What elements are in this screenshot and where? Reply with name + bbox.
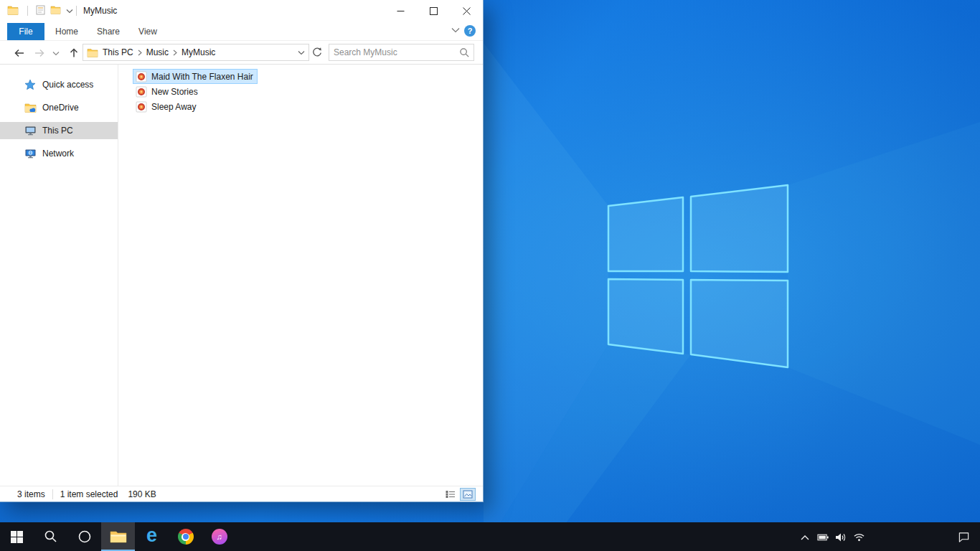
window-title: MyMusic xyxy=(83,6,117,16)
minimize-icon xyxy=(397,7,405,15)
sidebar-item-label: OneDrive xyxy=(42,103,79,113)
close-button[interactable] xyxy=(450,0,483,22)
maximize-icon xyxy=(430,7,438,15)
details-view-icon xyxy=(446,490,456,499)
refresh-button[interactable] xyxy=(311,47,324,60)
file-explorer-icon xyxy=(110,529,127,544)
media-file-icon xyxy=(136,86,147,98)
star-icon xyxy=(24,78,37,91)
breadcrumb-mymusic[interactable]: MyMusic xyxy=(177,47,220,57)
cortana-icon xyxy=(77,529,92,544)
chevron-down-icon xyxy=(298,50,305,55)
battery-tray-button[interactable] xyxy=(817,531,829,543)
taskbar-chrome-button[interactable] xyxy=(169,522,202,551)
close-icon xyxy=(463,7,471,15)
tab-file[interactable]: File xyxy=(7,23,44,40)
minimize-button[interactable] xyxy=(384,0,417,22)
search-box[interactable] xyxy=(329,44,474,61)
sidebar-item-this-pc[interactable]: This PC xyxy=(0,122,118,139)
file-name: Maid With The Flaxen Hair xyxy=(151,72,253,82)
media-file-icon xyxy=(136,101,147,113)
forward-arrow-icon xyxy=(33,47,46,60)
qat-customize-chevron-icon[interactable] xyxy=(66,9,73,14)
taskbar-search-button[interactable] xyxy=(34,522,67,551)
sidebar-item-network[interactable]: Network xyxy=(0,145,118,162)
address-folder-icon xyxy=(87,48,98,57)
sidebar-item-label: Network xyxy=(42,149,74,159)
selection-count: 1 item selected xyxy=(60,489,118,499)
file-name: Sleep Away xyxy=(151,102,197,112)
tab-home[interactable]: Home xyxy=(50,23,83,40)
system-tray xyxy=(765,522,980,551)
edge-icon: e xyxy=(146,526,157,545)
file-explorer-window: MyMusic File Home Share View ? xyxy=(0,0,484,502)
taskbar-itunes-button[interactable]: ♫ xyxy=(202,522,236,551)
status-divider xyxy=(52,489,53,499)
address-dropdown-button[interactable] xyxy=(294,44,308,60)
media-file-icon xyxy=(136,71,147,83)
item-count: 3 items xyxy=(17,489,45,499)
file-name: New Stories xyxy=(151,87,198,97)
recent-locations-button[interactable] xyxy=(50,45,62,61)
ribbon-expand-chevron-icon[interactable] xyxy=(451,27,460,33)
ribbon-tab-row: File Home Share View ? xyxy=(0,22,483,41)
qat-new-folder-icon[interactable] xyxy=(50,5,61,14)
help-button[interactable]: ? xyxy=(464,25,476,37)
network-tray-button[interactable] xyxy=(853,531,865,543)
back-arrow-icon xyxy=(13,47,26,60)
taskbar-file-explorer-button[interactable] xyxy=(101,522,135,551)
chrome-icon xyxy=(178,529,194,545)
refresh-icon xyxy=(311,47,323,58)
up-arrow-icon xyxy=(67,47,80,60)
navigation-pane: Quick access OneDrive xyxy=(0,65,118,486)
status-bar: 3 items 1 item selected 190 KB xyxy=(0,486,483,501)
search-input[interactable] xyxy=(334,45,456,60)
selection-size: 190 KB xyxy=(128,489,156,499)
windows-start-icon xyxy=(11,531,23,543)
taskbar-edge-button[interactable]: e xyxy=(135,522,169,551)
search-icon[interactable] xyxy=(459,47,470,58)
volume-tray-button[interactable] xyxy=(834,531,847,543)
breadcrumb-music[interactable]: Music xyxy=(142,47,173,57)
breadcrumb-this-pc[interactable]: This PC xyxy=(98,47,138,57)
qat-properties-icon[interactable] xyxy=(36,5,45,15)
window-folder-icon xyxy=(7,5,19,15)
sidebar-item-quick-access[interactable]: Quick access xyxy=(0,76,118,93)
tray-expand-button[interactable] xyxy=(798,531,811,543)
forward-button[interactable] xyxy=(32,45,47,61)
chevron-up-icon xyxy=(800,534,810,541)
taskbar: e ♫ xyxy=(0,522,980,551)
file-item-maid-with-the-flaxen-hair[interactable]: Maid With The Flaxen Hair xyxy=(133,69,258,84)
action-center-icon xyxy=(958,531,970,543)
tab-share[interactable]: Share xyxy=(92,23,125,40)
network-icon xyxy=(24,147,37,160)
action-center-button[interactable] xyxy=(958,531,970,543)
chevron-down-icon xyxy=(52,51,60,56)
qat-separator xyxy=(27,6,28,16)
address-bar[interactable]: This PC Music MyMusic xyxy=(83,44,309,61)
onedrive-icon xyxy=(24,101,37,114)
large-icons-view-button[interactable] xyxy=(460,488,476,501)
tab-view[interactable]: View xyxy=(132,23,164,40)
maximize-button[interactable] xyxy=(417,0,450,22)
details-view-button[interactable] xyxy=(443,488,458,501)
navigation-bar: This PC Music MyMusic xyxy=(0,41,483,65)
up-button[interactable] xyxy=(66,45,82,61)
title-separator xyxy=(76,6,77,16)
back-button[interactable] xyxy=(11,45,27,61)
search-icon xyxy=(44,529,58,544)
file-list: Maid With The Flaxen Hair New Stories Sl… xyxy=(133,69,258,114)
large-icons-view-icon xyxy=(463,490,473,499)
cortana-button[interactable] xyxy=(67,522,101,551)
file-item-sleep-away[interactable]: Sleep Away xyxy=(133,99,201,114)
itunes-icon: ♫ xyxy=(212,529,227,545)
sidebar-item-onedrive[interactable]: OneDrive xyxy=(0,99,118,116)
title-bar[interactable]: MyMusic xyxy=(0,0,483,22)
file-item-new-stories[interactable]: New Stories xyxy=(133,84,202,99)
computer-icon xyxy=(24,124,37,137)
sidebar-item-label: Quick access xyxy=(42,80,93,90)
start-button[interactable] xyxy=(0,522,34,551)
battery-icon xyxy=(817,532,829,543)
wifi-icon xyxy=(853,532,865,542)
sidebar-item-label: This PC xyxy=(42,126,73,136)
